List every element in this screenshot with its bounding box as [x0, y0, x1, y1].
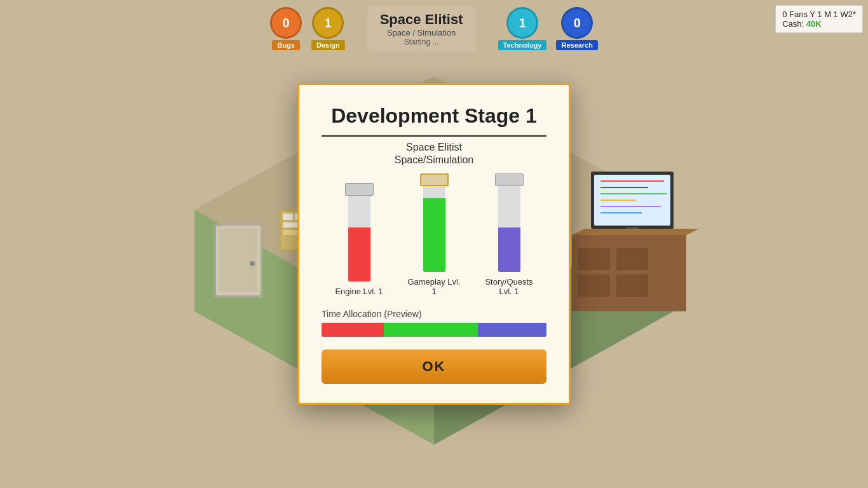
engine-slider-label: Engine Lvl. 1 — [335, 287, 383, 296]
story-slider-fill — [498, 227, 520, 272]
gameplay-slider-label: Gameplay Lvl. 1 — [405, 277, 463, 296]
engine-slider-item: Engine Lvl. 1 — [330, 183, 388, 296]
time-alloc-gameplay-seg — [384, 323, 478, 337]
story-slider-handle-top[interactable] — [495, 173, 524, 186]
gameplay-slider-fill — [423, 198, 445, 272]
gameplay-slider-item: Gameplay Lvl. 1 — [405, 173, 463, 296]
engine-slider-fill — [348, 227, 370, 281]
time-allocation-bar — [322, 323, 546, 337]
story-slider-item: Story/Quests Lvl. 1 — [480, 173, 538, 296]
engine-slider-track[interactable] — [348, 183, 370, 281]
gameplay-slider-handle-top[interactable] — [420, 173, 449, 186]
modal-overlay: Development Stage 1 Space Elitist Space/… — [0, 0, 868, 488]
time-allocation-section: Time Allocation (Preview) — [322, 309, 546, 337]
time-allocation-label: Time Allocation (Preview) — [322, 309, 546, 319]
engine-slider-handle-top[interactable] — [345, 183, 374, 196]
modal-game-name: Space Elitist — [322, 142, 546, 153]
ok-button[interactable]: OK — [322, 349, 546, 384]
time-alloc-story-seg — [478, 323, 546, 337]
modal-title: Development Stage 1 — [322, 104, 546, 137]
sliders-area: Engine Lvl. 1 Gameplay Lvl. 1 Story/Ques… — [322, 182, 546, 296]
story-slider-track[interactable] — [498, 173, 520, 272]
time-alloc-engine-seg — [322, 323, 384, 337]
development-stage-modal: Development Stage 1 Space Elitist Space/… — [297, 83, 571, 405]
gameplay-slider-track[interactable] — [423, 173, 445, 272]
modal-genre: Space/Simulation — [322, 154, 546, 166]
story-slider-label: Story/Quests Lvl. 1 — [480, 277, 538, 296]
